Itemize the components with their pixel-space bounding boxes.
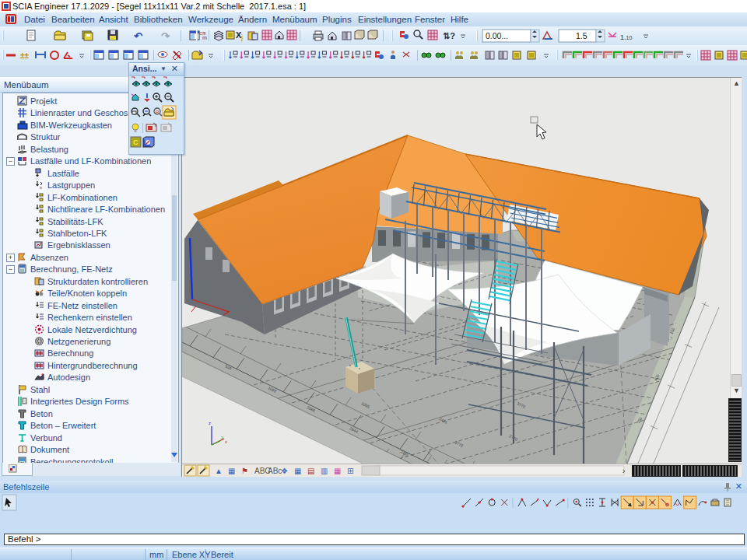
svg-text:▲: ▲ xyxy=(215,467,223,475)
svg-text:▤: ▤ xyxy=(307,467,314,475)
svg-text:▦: ▦ xyxy=(334,467,341,475)
svg-text:R: R xyxy=(156,110,160,114)
svg-text:›: › xyxy=(622,467,625,475)
svg-text:m: m xyxy=(202,35,207,40)
svg-text:1.10: 1.10 xyxy=(620,33,632,41)
svg-text:0.00...: 0.00... xyxy=(486,31,508,40)
svg-text:z: z xyxy=(209,421,211,425)
svg-text:▦: ▦ xyxy=(294,467,301,475)
svg-text:C: C xyxy=(133,138,139,146)
svg-text:j: j xyxy=(240,33,243,41)
svg-text:▥: ▥ xyxy=(321,467,328,475)
svg-text:⇅?: ⇅? xyxy=(443,31,455,40)
svg-text:⚑: ⚑ xyxy=(241,467,248,475)
svg-text:▦: ▦ xyxy=(228,467,235,475)
svg-text:ABc: ABc xyxy=(268,467,282,475)
svg-text:x: x xyxy=(225,439,227,444)
svg-text:±±: ±± xyxy=(20,51,29,60)
svg-text:↶: ↶ xyxy=(134,30,143,42)
svg-text:↷: ↷ xyxy=(161,30,170,42)
svg-text:❖: ❖ xyxy=(281,467,288,475)
svg-text:y: y xyxy=(221,435,223,439)
svg-text:⊞: ⊞ xyxy=(347,467,353,475)
svg-text:1.5: 1.5 xyxy=(576,31,587,40)
